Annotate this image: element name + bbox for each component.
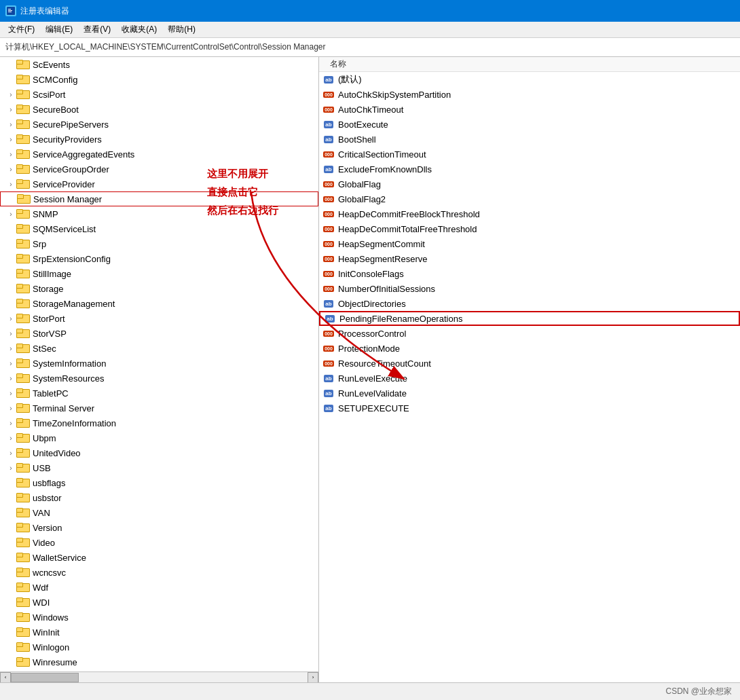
reg-item[interactable]: 000 ProtectionMode: [319, 341, 740, 356]
reg-item[interactable]: 000 AutoChkSkipSystemPartition: [319, 87, 740, 102]
tree-item[interactable]: Version: [0, 520, 318, 535]
tree-item[interactable]: ScEvents: [0, 57, 318, 72]
tree-item[interactable]: Video: [0, 535, 318, 550]
tree-item[interactable]: SCMConfig: [0, 72, 318, 87]
regedit-icon: [5, 5, 16, 16]
tree-item[interactable]: WDI: [0, 595, 318, 610]
tree-item[interactable]: VAN: [0, 505, 318, 520]
menu-view[interactable]: 查看(V): [78, 22, 116, 37]
reg-item[interactable]: 000 ResourceTimeoutCount: [319, 356, 740, 371]
reg-item[interactable]: 000 InitConsoleFlags: [319, 266, 740, 281]
svg-rect-1: [8, 9, 11, 10]
left-scroll-left-btn[interactable]: ‹: [0, 672, 11, 683]
left-panel: ScEvents SCMConfig › ScsiPort › SecureBo…: [0, 57, 319, 682]
title-bar-text: 注册表编辑器: [20, 5, 69, 17]
reg-item[interactable]: 000 HeapDeCommitTotalFreeThreshold: [319, 221, 740, 236]
tree-item[interactable]: usbstor: [0, 490, 318, 505]
tree-item[interactable]: › SNMP: [0, 206, 318, 221]
menu-bar: 文件(F) 编辑(E) 查看(V) 收藏夹(A) 帮助(H): [0, 22, 740, 38]
tree-item[interactable]: › ServiceAggregatedEvents: [0, 147, 318, 162]
svg-rect-2: [8, 10, 12, 11]
svg-rect-3: [8, 12, 12, 12]
tree-item[interactable]: › SecurityProviders: [0, 132, 318, 147]
left-scroll-area[interactable]: ScEvents SCMConfig › ScsiPort › SecureBo…: [0, 57, 318, 671]
tree-item[interactable]: StorageManagement: [0, 296, 318, 311]
reg-item[interactable]: ab ObjectDirectories: [319, 296, 740, 311]
pending-rename-item[interactable]: ab PendingFileRenameOperations: [319, 311, 740, 326]
tree-item[interactable]: Wdf: [0, 580, 318, 595]
tree-item[interactable]: WinInit: [0, 625, 318, 640]
address-bar[interactable]: 计算机\HKEY_LOCAL_MACHINE\SYSTEM\CurrentCon…: [0, 38, 740, 57]
right-panel: 名称 ab (默认) 000 AutoChkSkipSystemPartitio…: [319, 57, 740, 682]
tree-item[interactable]: › UnitedVideo: [0, 445, 318, 460]
tree-item[interactable]: › TimeZoneInformation: [0, 416, 318, 430]
tree-item[interactable]: › Ubpm: [0, 430, 318, 445]
tree-item[interactable]: › USB: [0, 460, 318, 475]
session-manager-item[interactable]: Session Manager: [0, 191, 318, 206]
menu-edit[interactable]: 编辑(E): [40, 22, 78, 37]
status-bar: CSDN @业余想家: [0, 682, 740, 700]
terminal-server-item[interactable]: › Terminal Server: [0, 401, 318, 416]
left-scroll-right-btn[interactable]: ›: [308, 672, 318, 683]
tree-item[interactable]: › StSec: [0, 341, 318, 356]
address-text: 计算机\HKEY_LOCAL_MACHINE\SYSTEM\CurrentCon…: [5, 41, 326, 53]
tree-item[interactable]: Storage: [0, 281, 318, 296]
tree-item[interactable]: SrpExtensionConfig: [0, 251, 318, 266]
right-header: 名称: [319, 57, 740, 72]
menu-file[interactable]: 文件(F): [3, 22, 40, 37]
reg-item[interactable]: 000 HeapDeCommitFreeBlockThreshold: [319, 206, 740, 221]
tree-item[interactable]: › SystemResources: [0, 371, 318, 386]
reg-item[interactable]: ab RunLevelExecute: [319, 371, 740, 386]
tree-item[interactable]: › StorVSP: [0, 326, 318, 341]
tree-item[interactable]: Windows: [0, 610, 318, 625]
tree-item[interactable]: Winlogon: [0, 640, 318, 655]
reg-item[interactable]: ab RunLevelValidate: [319, 386, 740, 401]
credit-text: CSDN @业余想家: [665, 686, 732, 697]
reg-item[interactable]: ab ExcludeFromKnownDlls: [319, 162, 740, 177]
reg-item[interactable]: 000 HeapSegmentCommit: [319, 236, 740, 251]
main-content: ScEvents SCMConfig › ScsiPort › SecureBo…: [0, 57, 740, 682]
reg-item[interactable]: ab BootShell: [319, 132, 740, 147]
reg-item[interactable]: 000 GlobalFlag2: [319, 191, 740, 206]
tree-item[interactable]: wcncsvc: [0, 565, 318, 580]
tree-item[interactable]: usbflags: [0, 475, 318, 490]
tree-item[interactable]: › ServiceProvider: [0, 177, 318, 191]
tree-item[interactable]: Srp: [0, 236, 318, 251]
reg-item[interactable]: 000 ProcessorControl: [319, 326, 740, 341]
tree-item[interactable]: Winresume: [0, 655, 318, 669]
reg-item[interactable]: ab SETUPEXECUTE: [319, 401, 740, 416]
tree-item[interactable]: › TabletPC: [0, 386, 318, 401]
tree-item[interactable]: › SystemInformation: [0, 356, 318, 371]
reg-item[interactable]: 000 GlobalFlag: [319, 177, 740, 191]
reg-item[interactable]: ab (默认): [319, 72, 740, 87]
tree-item[interactable]: WalletService: [0, 550, 318, 565]
tree-item[interactable]: › StorPort: [0, 311, 318, 326]
tree-item[interactable]: › ScsiPort: [0, 87, 318, 102]
tree-item[interactable]: › ServiceGroupOrder: [0, 162, 318, 177]
reg-item[interactable]: 000 CriticalSectionTimeout: [319, 147, 740, 162]
tree-item[interactable]: StillImage: [0, 266, 318, 281]
title-bar: 注册表编辑器: [0, 0, 740, 22]
tree-item[interactable]: SQMServiceList: [0, 221, 318, 236]
reg-item[interactable]: 000 AutoChkTimeout: [319, 102, 740, 117]
reg-item[interactable]: ab BootExecute: [319, 117, 740, 132]
menu-help[interactable]: 帮助(H): [162, 22, 201, 37]
tree-item[interactable]: › SecurePipeServers: [0, 117, 318, 132]
reg-item[interactable]: 000 NumberOfInitialSessions: [319, 281, 740, 296]
tree-item[interactable]: › SecureBoot: [0, 102, 318, 117]
reg-item[interactable]: 000 HeapSegmentReserve: [319, 251, 740, 266]
col-name: 名称: [325, 57, 515, 71]
menu-favorites[interactable]: 收藏夹(A): [116, 22, 162, 37]
